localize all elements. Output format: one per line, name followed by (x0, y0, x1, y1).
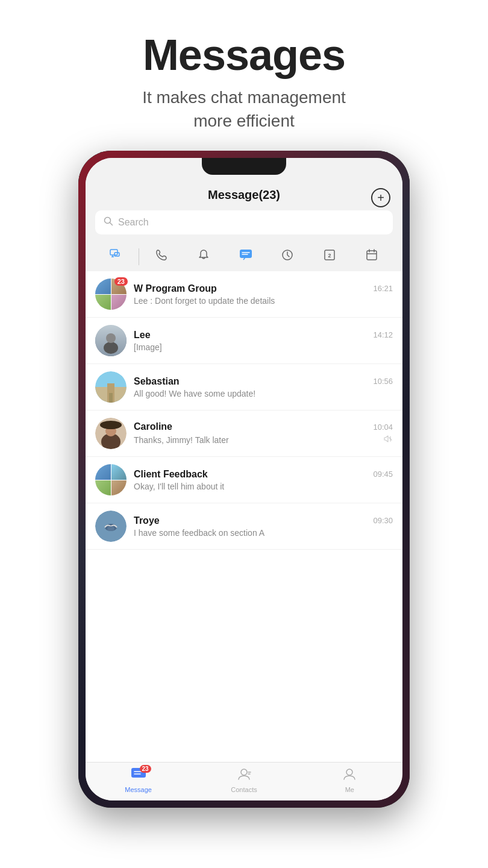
me-nav-icon (342, 767, 357, 784)
avatar-wrapper (95, 464, 127, 495)
avatar-wrapper (95, 511, 127, 542)
tab-notifications[interactable] (183, 245, 225, 268)
svg-point-30 (100, 421, 122, 429)
list-item[interactable]: 23 W Program Group 16:21 Lee : Dont forg… (86, 271, 402, 318)
contact-name: Lee (134, 330, 151, 341)
contact-name: Sebastian (134, 376, 180, 387)
nav-message[interactable]: 23 Message (86, 767, 191, 793)
page-header: Messages It makes chat management more e… (142, 0, 346, 151)
tasks-icon: 2 (324, 249, 336, 264)
message-time: 10:04 (373, 423, 393, 432)
avatar (95, 371, 127, 403)
tab-calls[interactable] (140, 245, 183, 268)
avatar-wrapper (95, 418, 127, 449)
svg-text:2: 2 (328, 253, 331, 259)
message-time: 10:56 (373, 377, 393, 386)
list-item[interactable]: Lee 14:12 [Image] (86, 318, 402, 364)
nav-me[interactable]: Me (297, 767, 402, 793)
search-bar[interactable]: Search (95, 210, 393, 234)
message-preview: I have some feedback on section A (134, 528, 264, 538)
contact-name: Client Feedback (134, 469, 208, 480)
list-item[interactable]: Sebastian 10:56 All good! We have some u… (86, 364, 402, 410)
message-nav-icon: 23 (131, 767, 146, 784)
tab-tasks[interactable]: 2 (308, 245, 351, 268)
svg-rect-12 (367, 251, 377, 260)
clock-icon (281, 249, 293, 264)
avatar (95, 325, 127, 356)
message-time: 09:45 (373, 470, 393, 479)
avatar (95, 418, 127, 449)
message-time: 16:21 (373, 284, 393, 293)
calendar-icon (366, 249, 378, 264)
avatar (95, 464, 127, 495)
bell-icon (198, 249, 210, 264)
svg-point-18 (106, 333, 116, 343)
nav-contacts-label: Contacts (231, 786, 257, 793)
message-body: Troye 09:30 I have some feedback on sect… (134, 515, 393, 538)
svg-rect-3 (114, 253, 119, 256)
tab-calendar[interactable] (351, 245, 393, 268)
compose-button[interactable]: + (371, 188, 390, 207)
message-body: Sebastian 10:56 All good! We have some u… (134, 376, 393, 398)
nav-badge: 23 (140, 765, 151, 773)
muted-icon (383, 434, 393, 445)
message-list: 23 W Program Group 16:21 Lee : Dont forg… (86, 271, 402, 762)
message-body: Caroline 10:04 Thanks, Jimmy! Talk later (134, 421, 393, 445)
phone-screen: Message(23) + Search (86, 158, 402, 800)
list-item[interactable]: Client Feedback 09:45 Okay, I'll tell hi… (86, 457, 402, 503)
tab-history[interactable] (266, 245, 308, 268)
nav-contacts[interactable]: Contacts (191, 767, 296, 793)
phone-icon (155, 249, 167, 264)
message-preview: Thanks, Jimmy! Talk later (134, 435, 229, 445)
message-preview: Lee : Dont forget to update the details (134, 296, 275, 306)
avatar-wrapper (95, 325, 127, 356)
list-item[interactable]: Caroline 10:04 Thanks, Jimmy! Talk later (86, 410, 402, 457)
svg-rect-6 (240, 250, 252, 258)
avatar (95, 511, 127, 542)
phone-notch (202, 158, 286, 175)
contact-name: Caroline (134, 421, 172, 432)
tab-messages[interactable] (225, 245, 267, 268)
message-preview: All good! We have some update! (134, 389, 255, 398)
search-icon (104, 216, 113, 228)
search-placeholder: Search (118, 217, 149, 228)
contacts-nav-icon (236, 767, 252, 784)
avatar-wrapper (95, 371, 127, 403)
message-time: 14:12 (373, 330, 393, 339)
message-preview: [Image] (134, 342, 162, 352)
app-content: Message(23) + Search (86, 158, 402, 800)
svg-point-40 (241, 769, 247, 775)
svg-point-36 (107, 526, 114, 531)
page-subtitle: It makes chat management more efficient (142, 86, 346, 133)
message-body: Client Feedback 09:45 Okay, I'll tell hi… (134, 469, 393, 491)
svg-rect-23 (109, 393, 113, 403)
message-body: W Program Group 16:21 Lee : Dont forget … (134, 283, 393, 306)
list-item[interactable]: Troye 09:30 I have some feedback on sect… (86, 503, 402, 550)
contact-name: Troye (134, 515, 160, 526)
unread-badge: 23 (114, 277, 128, 286)
contact-name: W Program Group (134, 283, 217, 294)
nav-me-label: Me (345, 786, 354, 793)
chat-bubble-icon (239, 249, 252, 264)
app-header-title: Message(23) (208, 188, 280, 202)
message-preview: Okay, I'll tell him about it (134, 482, 224, 491)
nav-message-label: Message (125, 786, 152, 793)
monitor-icon (110, 249, 123, 264)
svg-line-1 (110, 223, 113, 225)
phone-frame: Message(23) + Search (78, 151, 410, 808)
page-title: Messages (142, 30, 346, 80)
svg-point-43 (346, 769, 352, 775)
bottom-nav: 23 Message Contacts (86, 762, 402, 800)
svg-point-17 (104, 342, 118, 354)
tab-icons-bar: 2 (86, 242, 402, 271)
tab-divider-1 (139, 248, 139, 265)
message-time: 09:30 (373, 516, 393, 525)
message-body: Lee 14:12 [Image] (134, 330, 393, 352)
tab-all-devices[interactable] (95, 245, 137, 268)
avatar-wrapper: 23 (95, 278, 127, 310)
